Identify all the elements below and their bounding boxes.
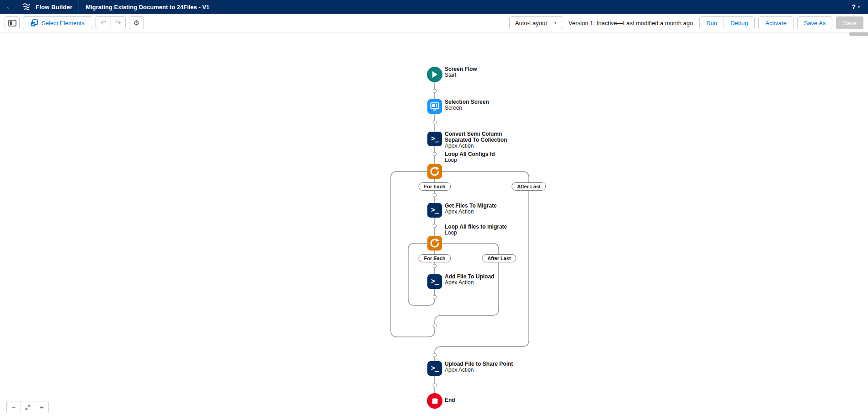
app-header: ← Flow Builder Migrating Existing Docume…: [0, 0, 868, 14]
select-elements-label: Select Elements: [42, 20, 85, 27]
node-title: Upload File to Share Point: [445, 361, 513, 367]
zoom-controls: − +: [6, 401, 49, 413]
flow-builder-logo-icon: [22, 3, 32, 11]
flow-toolbar: Select Elements ↶ ↷ ⚙ Auto-Layout ▼ Vers…: [0, 14, 868, 32]
version-status: Version 1: Inactive—Last modified a mont…: [567, 20, 696, 27]
stop-icon: [432, 398, 438, 404]
debug-button[interactable]: Debug: [724, 16, 755, 29]
add-element-button[interactable]: [433, 224, 437, 228]
play-icon: [431, 71, 438, 78]
end-node-icon[interactable]: [427, 393, 442, 409]
node-label: Convert Semi Column Separated To Collect…: [445, 131, 518, 149]
apex-action-node-icon[interactable]: >_: [427, 132, 442, 146]
for-each-branch-label: For Each: [418, 254, 451, 262]
undo-icon: ↶: [101, 19, 107, 27]
screen-node-icon[interactable]: [427, 99, 442, 114]
apex-action-node-icon[interactable]: >_: [427, 361, 442, 376]
node-title: Screen Flow: [445, 66, 477, 72]
apex-action-node-icon[interactable]: >_: [427, 274, 442, 289]
node-subtitle: Loop: [445, 230, 507, 236]
add-element-button[interactable]: [433, 353, 437, 357]
help-caret-icon[interactable]: ▾: [858, 5, 860, 9]
node-subtitle: Apex Action: [445, 143, 518, 149]
add-element-button[interactable]: [433, 152, 437, 156]
back-arrow-icon: ←: [6, 2, 14, 11]
node-subtitle: Apex Action: [445, 367, 513, 373]
layout-mode-dropdown[interactable]: Auto-Layout ▼: [509, 16, 563, 29]
add-element-button[interactable]: [433, 324, 437, 328]
add-element-button[interactable]: [433, 384, 437, 388]
add-element-button[interactable]: [433, 264, 437, 268]
node-label: Loop All Configs Id Loop: [445, 151, 495, 163]
gear-icon: ⚙: [133, 19, 139, 27]
after-last-branch-label: After Last: [482, 254, 516, 262]
loop-icon: [429, 166, 440, 177]
node-subtitle: Screen: [445, 105, 489, 111]
node-label: Screen Flow Start: [445, 66, 477, 78]
start-node-icon[interactable]: [427, 67, 442, 82]
app-logo-wrap: Flow Builder: [19, 0, 79, 14]
app-name: Flow Builder: [36, 4, 72, 11]
zoom-out-button[interactable]: −: [6, 401, 21, 413]
help-button[interactable]: ?: [852, 3, 856, 11]
zoom-to-fit-button[interactable]: [21, 401, 35, 413]
node-subtitle: Loop: [445, 157, 495, 163]
activate-button[interactable]: Activate: [758, 16, 793, 29]
node-title: Get Files To Migrate: [445, 203, 497, 209]
flow-settings-button[interactable]: ⚙: [129, 16, 144, 29]
node-title: Selection Screen: [445, 99, 489, 105]
terminal-icon: >_: [431, 134, 438, 144]
terminal-icon: >_: [431, 364, 438, 373]
redo-icon: ↷: [115, 19, 121, 27]
for-each-branch-label: For Each: [418, 182, 451, 191]
node-title: Loop All files to migrate: [445, 224, 507, 230]
node-label: Loop All files to migrate Loop: [445, 224, 507, 236]
scrollbar-thumb[interactable]: [849, 32, 868, 36]
screen-icon: [429, 101, 440, 112]
node-label: Add File To Upload Apex Action: [445, 273, 494, 286]
multi-select-icon: [31, 19, 38, 27]
run-button[interactable]: Run: [699, 16, 724, 29]
node-label: Upload File to Share Point Apex Action: [445, 361, 513, 373]
add-element-button[interactable]: [433, 193, 437, 197]
undo-button[interactable]: ↶: [96, 16, 111, 29]
node-label: Get Files To Migrate Apex Action: [445, 203, 497, 215]
plus-icon: +: [40, 403, 44, 411]
flow-builder-app: ← Flow Builder Migrating Existing Docume…: [0, 0, 868, 416]
node-label: Selection Screen Screen: [445, 99, 489, 111]
add-element-button[interactable]: [433, 121, 437, 125]
after-last-branch-label: After Last: [511, 182, 546, 191]
terminal-icon: >_: [431, 277, 438, 286]
save-as-button[interactable]: Save As: [797, 16, 833, 29]
node-title: End: [445, 397, 455, 403]
save-button[interactable]: Save: [836, 16, 863, 29]
loop-node-icon[interactable]: [427, 236, 442, 251]
loop-node-icon[interactable]: [427, 164, 442, 179]
back-button[interactable]: ←: [0, 0, 19, 14]
node-title: Add File To Upload: [445, 273, 494, 280]
zoom-in-button[interactable]: +: [35, 401, 49, 413]
node-title: Loop All Configs Id: [445, 151, 495, 157]
loop-icon: [429, 238, 440, 249]
node-subtitle: Start: [445, 72, 477, 78]
select-elements-button[interactable]: Select Elements: [23, 16, 92, 29]
toggle-toolbox-button[interactable]: [5, 16, 20, 29]
node-label: End: [445, 397, 455, 403]
layout-mode-value: Auto-Layout: [515, 20, 547, 27]
flow-canvas[interactable]: For Each After Last For Each After Last …: [0, 32, 868, 416]
expand-icon: [25, 404, 31, 411]
node-subtitle: Apex Action: [445, 209, 497, 215]
flow-title: Migrating Existing Document to 24Files -…: [79, 4, 209, 11]
add-element-button[interactable]: [433, 89, 437, 93]
chevron-down-icon: ▼: [554, 21, 557, 25]
panel-toggle-icon: [8, 20, 16, 27]
apex-action-node-icon[interactable]: >_: [427, 203, 442, 218]
redo-button[interactable]: ↷: [111, 16, 126, 29]
terminal-icon: >_: [431, 206, 438, 215]
node-title: Convert Semi Column Separated To Collect…: [445, 131, 518, 143]
node-subtitle: Apex Action: [445, 280, 494, 286]
minus-icon: −: [12, 403, 16, 411]
add-element-button[interactable]: [433, 295, 437, 299]
